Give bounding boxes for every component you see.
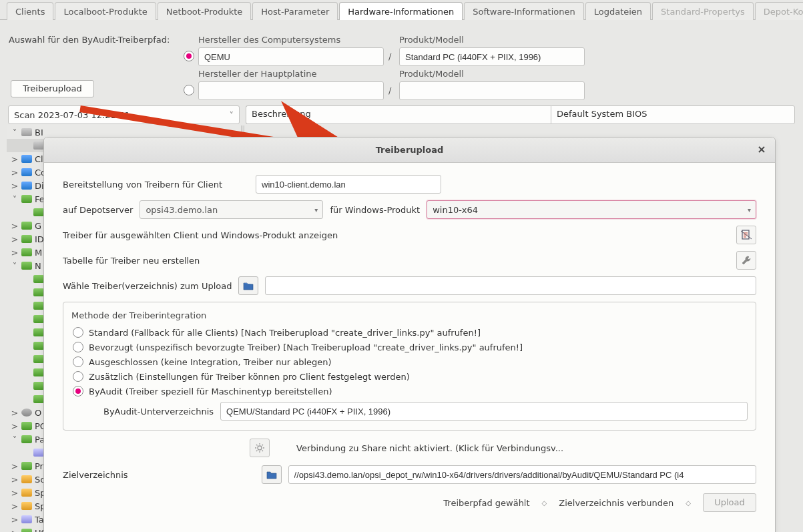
tree-expander-icon[interactable]: >	[11, 461, 19, 471]
tab-localboot[interactable]: Localboot-Produkte	[55, 2, 156, 20]
product-mb-input[interactable]	[399, 81, 585, 100]
byaudit-sub-input[interactable]	[220, 402, 748, 421]
dev-icon	[21, 529, 32, 532]
target-dir-button[interactable]	[262, 465, 282, 484]
driverpath-label: Auswahl für den ByAudit-Treiberpfad:	[9, 35, 170, 45]
slash-2: /	[388, 85, 391, 95]
tree-expander-icon[interactable]: >	[11, 221, 19, 231]
method-title: Methode der Treiberintegration	[71, 310, 748, 320]
client-input[interactable]	[256, 175, 441, 194]
radio-additional-label: Zusätzlich (Einstellungen für Treiber kö…	[89, 372, 410, 382]
tab-stdprops: Standard-Propertys	[652, 2, 754, 20]
description-label: Beschreibung	[246, 105, 551, 124]
dialog-title-bar[interactable]: Treiberupload ×	[44, 138, 775, 163]
show-drivers-button[interactable]	[736, 226, 756, 244]
tree-label: ID	[35, 234, 44, 244]
radio-preferred-label: Bevorzugt (unspezifisch bevorzugte Treib…	[89, 342, 523, 352]
disk-icon	[21, 128, 32, 136]
tree-expander-icon[interactable]: ˅	[11, 261, 19, 271]
svg-line-8	[262, 451, 264, 452]
scan-selector[interactable]: Scan 2023-07-03 12:21:41 ˅	[8, 105, 240, 124]
tree-expander-icon[interactable]: >	[11, 501, 19, 511]
tree-expander-icon[interactable]: >	[11, 181, 19, 191]
radio-mainboard[interactable]	[184, 85, 194, 95]
tree-expander-icon[interactable]: >	[11, 154, 19, 164]
chevron-down-icon: ▾	[748, 206, 751, 214]
recreate-table-button[interactable]	[736, 251, 756, 270]
tab-swinfo[interactable]: Software-Informationen	[464, 2, 584, 20]
dev-icon	[33, 355, 44, 363]
tree-expander-icon[interactable]: ˅	[11, 194, 19, 204]
tree-label: Ta	[35, 515, 44, 525]
pci-icon	[21, 515, 32, 523]
product-cs-input[interactable]	[399, 47, 585, 66]
show-drivers-label: Treiber für ausgewählten Client und Wind…	[63, 230, 338, 240]
manufacturer-cs-label: Hersteller des Computersystems	[198, 35, 340, 45]
prn-icon	[21, 182, 32, 190]
diamond-icon: ◇	[542, 499, 547, 507]
tree-expander-icon[interactable]: ˅	[11, 127, 19, 138]
tree-label: M	[35, 248, 42, 258]
upload-dir-input[interactable]	[265, 276, 756, 295]
radio-additional[interactable]: Zusätzlich (Einstellungen für Treiber kö…	[73, 371, 748, 382]
tab-logs[interactable]: Logdateien	[585, 2, 651, 20]
tab-hostparam[interactable]: Host-Parameter	[252, 2, 338, 20]
tree-expander-icon[interactable]: >	[11, 248, 19, 258]
target-dir-label: Zielverzeichnis	[63, 470, 128, 480]
product-mb-label: Produkt/Modell	[399, 69, 464, 79]
dev-icon	[21, 235, 32, 243]
manufacturer-cs-input[interactable]	[198, 47, 384, 66]
upload-button[interactable]: Upload	[703, 493, 756, 512]
depot-value: opsi43.demo.lan	[146, 205, 218, 215]
tab-netboot[interactable]: Netboot-Produkte	[158, 2, 252, 20]
dev-icon	[33, 342, 44, 350]
dev-icon	[21, 222, 32, 230]
tab-hwinfo[interactable]: Hardware-Informationen	[339, 2, 463, 20]
radio-preferred[interactable]: Bevorzugt (unspezifisch bevorzugte Treib…	[73, 342, 748, 352]
tab-clients[interactable]: Clients	[7, 2, 53, 20]
radio-standard-label: Standard (Fallback für alle Clients) [Na…	[89, 328, 481, 338]
tree-expander-icon[interactable]: >	[11, 408, 19, 418]
pci-icon	[33, 449, 44, 457]
chevron-down-icon: ˅	[230, 110, 234, 120]
radio-standard[interactable]: Standard (Fallback für alle Clients) [Na…	[73, 327, 748, 338]
tree-label: N	[35, 261, 41, 271]
tree-expander-icon[interactable]: >	[11, 488, 19, 498]
tree-expander-icon[interactable]: >	[11, 528, 19, 533]
prn-icon	[21, 168, 32, 176]
radio-byaudit[interactable]: ByAudit (Treiber speziell für Maschinent…	[73, 386, 748, 396]
tree-expander-icon[interactable]: >	[11, 475, 19, 485]
manufacturer-mb-input[interactable]	[198, 81, 384, 100]
dev-icon	[33, 275, 44, 283]
tree-label: Di	[35, 181, 44, 191]
depot-select[interactable]: opsi43.demo.lan ▾	[140, 200, 323, 219]
treiberupload-button[interactable]: Treiberupload	[11, 80, 94, 97]
tree-expander-icon[interactable]: >	[11, 515, 19, 525]
disk-icon	[33, 142, 44, 150]
dev-icon	[33, 288, 44, 296]
choose-dir-button[interactable]	[238, 276, 258, 295]
share-settings-button[interactable]	[250, 439, 270, 457]
close-icon[interactable]: ×	[755, 144, 768, 157]
winprod-value: win10-x64	[433, 205, 478, 215]
tree-expander-icon[interactable]: >	[11, 421, 19, 431]
folder-icon	[266, 470, 277, 479]
tree-expander-icon[interactable]: >	[11, 234, 19, 244]
dev-icon	[21, 262, 32, 270]
radio-computersystem[interactable]	[184, 51, 194, 61]
winprod-label: für Windows-Produkt	[330, 205, 420, 215]
tree-expander-icon[interactable]: ˅	[11, 435, 19, 445]
tree-label: G	[35, 221, 41, 231]
dev-icon	[21, 462, 32, 470]
dev-icon	[33, 302, 44, 310]
target-dir-input[interactable]	[288, 465, 756, 484]
svg-line-7	[256, 445, 258, 446]
winprod-select[interactable]: win10-x64 ▾	[427, 200, 756, 219]
depot-label: auf Depotserver	[63, 205, 133, 215]
chevron-down-icon: ▾	[314, 206, 318, 214]
cfg-icon	[21, 489, 32, 497]
radio-excluded[interactable]: Ausgeschlossen (keine Integration, Treib…	[73, 356, 748, 367]
tree-expander-icon[interactable]: >	[11, 168, 19, 178]
dev-icon	[33, 382, 44, 390]
share-status-text[interactable]: Verbindung zu Share nicht aktiviert. (Kl…	[296, 443, 563, 453]
